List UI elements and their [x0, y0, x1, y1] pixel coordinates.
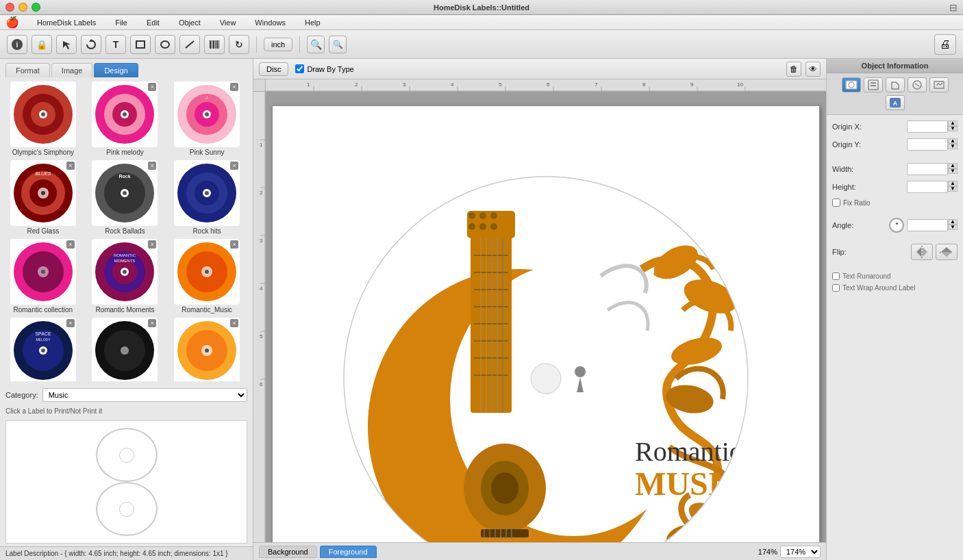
- tool-refresh[interactable]: ↻: [229, 35, 249, 54]
- menu-app[interactable]: HomeDisk Labels: [33, 17, 100, 28]
- rp-icon-2[interactable]: [864, 77, 883, 92]
- svg-text:2: 2: [355, 81, 358, 88]
- design-item-12[interactable]: × The Disco Story: [168, 318, 246, 381]
- ruler-horizontal: 1 2 3 4 5 6 7 8 9 10: [266, 79, 826, 92]
- close-badge-8[interactable]: ×: [148, 240, 156, 249]
- close-badge-6[interactable]: ×: [230, 162, 238, 170]
- close-badge-12[interactable]: ×: [230, 319, 238, 327]
- rp-icon-3[interactable]: [886, 77, 905, 92]
- design-item-10[interactable]: × SPACE MELODY Spase Melody: [4, 318, 82, 381]
- close-badge-4[interactable]: ×: [66, 162, 75, 170]
- draw-by-type-checkbox[interactable]: [295, 64, 304, 73]
- design-thumb-6[interactable]: ×: [174, 160, 240, 226]
- height-input[interactable]: [907, 181, 948, 193]
- design-item-11[interactable]: × Summer Night: [86, 318, 164, 381]
- unit-selector[interactable]: inch: [264, 38, 292, 51]
- design-thumb-8[interactable]: × ROMANTIC MOMENTS: [92, 239, 158, 305]
- design-item-1[interactable]: Olympic's Simphony: [4, 81, 82, 156]
- design-thumb-9[interactable]: ×: [174, 239, 240, 305]
- text-runaround-checkbox[interactable]: [832, 272, 840, 280]
- tab-format[interactable]: Format: [5, 63, 50, 77]
- design-item-7[interactable]: × Romantic collection: [4, 239, 82, 314]
- print-button[interactable]: 🖨: [934, 34, 956, 55]
- angle-input[interactable]: [907, 219, 948, 231]
- canvas-paper[interactable]: Romantic MUSIC: [272, 105, 820, 542]
- canvas-view-button[interactable]: 👁: [805, 62, 821, 77]
- fix-ratio-row: Fix Ratio: [832, 199, 958, 207]
- design-thumb-3[interactable]: × ♪: [174, 81, 240, 147]
- zoom-dropdown[interactable]: 174% 100% 150% 200%: [780, 546, 821, 558]
- origin-x-input[interactable]: [907, 120, 948, 133]
- close-badge-3[interactable]: ×: [230, 83, 238, 91]
- tab-foreground[interactable]: Foreground: [320, 546, 377, 558]
- main-canvas[interactable]: Romantic MUSIC: [266, 92, 826, 542]
- canvas-delete-button[interactable]: 🗑: [786, 62, 801, 77]
- tool-line[interactable]: [179, 35, 200, 54]
- tool-rotate[interactable]: [81, 35, 101, 54]
- tab-design[interactable]: Design: [94, 63, 138, 77]
- svg-marker-174: [941, 247, 952, 252]
- menu-view[interactable]: View: [216, 17, 240, 28]
- tool-info[interactable]: i: [7, 35, 27, 54]
- rp-icon-4[interactable]: [908, 77, 927, 92]
- design-item-4[interactable]: × BLUES Red Glass: [4, 160, 82, 235]
- fix-ratio-checkbox[interactable]: [832, 199, 840, 207]
- origin-x-down[interactable]: ▼: [948, 126, 958, 131]
- close-badge-2[interactable]: ×: [148, 83, 156, 91]
- close-badge-7[interactable]: ×: [66, 240, 75, 249]
- close-badge-11[interactable]: ×: [148, 319, 156, 327]
- design-thumb-1[interactable]: [10, 81, 76, 147]
- flip-vertical-button[interactable]: [936, 244, 958, 260]
- preview-disc-1[interactable]: [96, 428, 158, 482]
- tab-image[interactable]: Image: [51, 63, 93, 77]
- rp-icon-6[interactable]: A: [886, 95, 905, 110]
- rp-icon-1[interactable]: [842, 77, 861, 92]
- design-item-6[interactable]: × Rock hits: [168, 160, 246, 235]
- tool-ellipse[interactable]: [155, 35, 175, 54]
- design-thumb-2[interactable]: ×: [92, 81, 158, 147]
- category-select[interactable]: Music Movies Games Photos Data: [42, 388, 247, 402]
- design-item-5[interactable]: × Rock Rock Ballads: [86, 160, 164, 235]
- close-button[interactable]: [5, 3, 14, 12]
- flip-horizontal-button[interactable]: [911, 244, 933, 260]
- disc-button[interactable]: Disc: [259, 62, 288, 76]
- menu-edit[interactable]: Edit: [142, 17, 164, 28]
- height-down[interactable]: ▼: [948, 186, 958, 192]
- angle-down[interactable]: ▼: [948, 225, 958, 230]
- design-thumb-10[interactable]: × SPACE MELODY: [10, 318, 76, 381]
- design-thumb-12[interactable]: ×: [174, 318, 240, 381]
- zoom-in-button[interactable]: 🔍: [307, 36, 325, 53]
- maximize-button[interactable]: [32, 3, 40, 12]
- close-badge-9[interactable]: ×: [230, 240, 238, 249]
- menu-object[interactable]: Object: [175, 17, 205, 28]
- close-badge-10[interactable]: ×: [66, 319, 75, 327]
- design-thumb-4[interactable]: × BLUES: [10, 160, 76, 226]
- tool-select[interactable]: [56, 35, 77, 54]
- design-item-3[interactable]: × ♪ Pink Sunny: [168, 81, 246, 156]
- width-down[interactable]: ▼: [948, 168, 958, 174]
- design-item-2[interactable]: × Pink melody: [86, 81, 164, 156]
- menu-windows[interactable]: Windows: [251, 17, 290, 28]
- close-badge-5[interactable]: ×: [148, 162, 156, 170]
- origin-y-down[interactable]: ▼: [948, 144, 958, 149]
- tool-lock[interactable]: 🔒: [32, 35, 52, 54]
- minimize-button[interactable]: [18, 3, 27, 12]
- design-thumb-11[interactable]: ×: [92, 318, 158, 381]
- tool-rect[interactable]: [130, 35, 151, 54]
- design-thumb-5[interactable]: × Rock: [92, 160, 158, 226]
- design-item-8[interactable]: × ROMANTIC MOMENTS Romantic Moments: [86, 239, 164, 314]
- tool-text[interactable]: T: [105, 35, 126, 54]
- design-item-9[interactable]: × Romantic_Music: [168, 239, 246, 314]
- rp-icon-5[interactable]: [929, 77, 949, 92]
- zoom-out-button[interactable]: 🔍: [329, 36, 347, 53]
- design-thumb-7[interactable]: ×: [10, 239, 76, 305]
- menu-help[interactable]: Help: [301, 17, 325, 28]
- tab-background[interactable]: Background: [259, 546, 317, 558]
- width-input[interactable]: [907, 163, 948, 175]
- tool-barcode[interactable]: [204, 35, 225, 54]
- text-wrap-checkbox[interactable]: [832, 284, 840, 292]
- preview-disc-2[interactable]: [96, 482, 158, 536]
- angle-dial[interactable]: [889, 218, 904, 233]
- origin-y-input[interactable]: [907, 138, 948, 151]
- menu-file[interactable]: File: [111, 17, 132, 28]
